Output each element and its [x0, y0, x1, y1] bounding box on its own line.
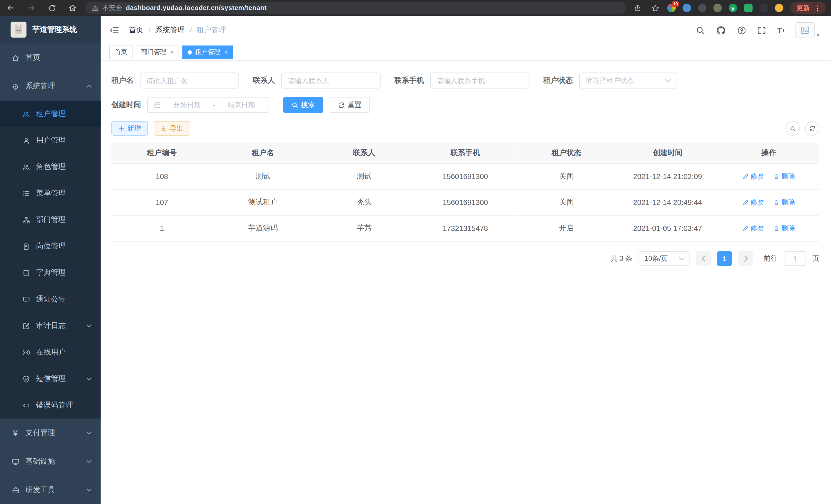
breadcrumb-system[interactable]: 系统管理 — [155, 25, 185, 35]
sidebar-item-system[interactable]: ⚙ 系统管理 — [0, 72, 101, 101]
browser-update-chip[interactable]: 更新 ⋮ — [790, 2, 826, 13]
delete-link[interactable]: 删除 — [773, 198, 795, 207]
yen-icon: ¥ — [11, 429, 20, 437]
status-select[interactable]: 请选择租户状态 — [579, 73, 677, 89]
sidebar-item-user[interactable]: 用户管理 — [0, 127, 101, 154]
search-icon — [291, 101, 298, 109]
toggle-search-button[interactable] — [785, 121, 800, 136]
sidebar-item-tool[interactable]: 研发工具 — [0, 476, 101, 504]
tab-close-icon[interactable]: × — [170, 49, 174, 56]
search-icon[interactable] — [695, 26, 705, 35]
tab-tenant[interactable]: 租户管理 × — [182, 45, 233, 59]
back-icon[interactable] — [5, 3, 16, 13]
sidebar-item-infra[interactable]: 基础设施 — [0, 447, 101, 476]
col-created: 创建时间 — [617, 143, 718, 164]
edit-link[interactable]: 修改 — [742, 172, 764, 181]
sidebar: 芋道管理系统 首页 ⚙ 系统管理 租户 — [0, 16, 101, 504]
reload-icon[interactable] — [47, 3, 57, 13]
phone-label: 联系手机 — [395, 76, 430, 85]
tab-label: 租户管理 — [195, 48, 221, 57]
sidebar-item-menu[interactable]: 菜单管理 — [0, 180, 101, 207]
tenant-name-input-wrap — [140, 73, 239, 89]
extension-icon-dark[interactable] — [698, 4, 706, 12]
sidebar-item-label: 审计日志 — [36, 321, 66, 331]
goto-page-input[interactable] — [784, 251, 806, 266]
user-avatar-menu[interactable]: ▾ — [796, 22, 820, 38]
add-button[interactable]: 新增 — [111, 121, 148, 136]
tab-label: 首页 — [115, 48, 127, 57]
reset-button[interactable]: 重置 — [330, 97, 370, 113]
contact-label: 联系人 — [253, 76, 281, 85]
browser-nav-buttons — [0, 3, 85, 13]
extension-icon-green-letter[interactable]: y — [729, 4, 737, 12]
breadcrumb-home[interactable]: 首页 — [129, 25, 144, 35]
sidebar-item-sms[interactable]: 短信管理 — [0, 365, 101, 392]
sidebar-item-audit[interactable]: 审计日志 — [0, 313, 101, 339]
help-icon[interactable] — [737, 26, 746, 35]
phone-input[interactable] — [437, 77, 523, 85]
extension-icon-yellow[interactable] — [775, 4, 783, 12]
sidebar-item-dept[interactable]: 部门管理 — [0, 207, 101, 233]
delete-link[interactable]: 删除 — [773, 224, 795, 233]
refresh-table-button[interactable] — [805, 121, 820, 136]
app-logo[interactable]: 芋道管理系统 — [0, 16, 101, 43]
address-bar[interactable]: 不安全 dashboard.yudao.iocoder.cn/system/te… — [85, 2, 626, 13]
sidebar-submenu-system: 租户管理 用户管理 角色管理 — [0, 101, 101, 419]
github-icon[interactable] — [716, 25, 726, 35]
sidebar-item-pay[interactable]: ¥ 支付管理 — [0, 418, 101, 447]
extension-icon-blue[interactable] — [683, 4, 691, 12]
cell-contact: 芋艿 — [314, 215, 415, 241]
infra-monitor-icon — [11, 457, 20, 466]
sidebar-item-role[interactable]: 角色管理 — [0, 154, 101, 180]
sidebar-item-home[interactable]: 首页 — [0, 43, 101, 72]
next-page-button[interactable] — [738, 251, 753, 266]
sidebar-item-online[interactable]: 在线用户 — [0, 339, 101, 365]
sidebar-item-post[interactable]: 岗位管理 — [0, 233, 101, 260]
created-label: 创建时间 — [111, 100, 147, 110]
field-created: 创建时间 开始日期 - 结束日期 — [111, 97, 269, 113]
bookmark-star-icon[interactable] — [650, 3, 660, 13]
font-size-icon[interactable]: TT — [777, 26, 784, 35]
extension-icon-olive[interactable] — [713, 4, 722, 12]
cell-phone: 15601691300 — [415, 164, 516, 189]
cell-created: 2021-01-05 17:03:47 — [617, 215, 718, 241]
export-button[interactable]: 导出 — [154, 121, 190, 136]
tab-dept[interactable]: 部门管理 × — [136, 45, 179, 59]
tab-home[interactable]: 首页 — [109, 45, 133, 59]
cell-tenant-name: 芋道源码 — [212, 215, 314, 241]
tenant-name-input[interactable] — [146, 77, 233, 85]
breadcrumb-separator: / — [148, 26, 150, 34]
role-icon — [22, 163, 30, 171]
search-button[interactable]: 搜索 — [283, 97, 323, 113]
tab-close-icon[interactable]: × — [224, 49, 228, 56]
search-form-row-2: 创建时间 开始日期 - 结束日期 — [111, 97, 820, 113]
page-size-value: 10条/页 — [644, 254, 668, 263]
sidebar-item-notice[interactable]: 通知公告 — [0, 286, 101, 313]
sidebar-item-errcode[interactable]: 错误码管理 — [0, 392, 101, 418]
trash-icon — [773, 225, 780, 232]
date-range-input[interactable]: 开始日期 - 结束日期 — [147, 97, 269, 113]
cell-tenant-id: 1 — [111, 215, 212, 241]
sidebar-item-tenant[interactable]: 租户管理 — [0, 101, 101, 127]
forward-icon[interactable] — [26, 3, 36, 13]
sidebar-item-label: 角色管理 — [36, 162, 66, 172]
share-icon[interactable] — [632, 3, 643, 13]
edit-link[interactable]: 修改 — [742, 198, 764, 207]
edit-link[interactable]: 修改 — [742, 224, 764, 233]
page-number-1[interactable]: 1 — [717, 251, 732, 266]
extension-icon-chat[interactable] — [744, 4, 753, 12]
field-status: 租户状态 请选择租户状态 — [543, 73, 677, 89]
home-icon[interactable] — [67, 3, 78, 13]
breadcrumb: 首页 / 系统管理 / 租户管理 — [129, 25, 226, 35]
extension-icon-navy[interactable] — [760, 4, 768, 12]
sidebar-collapse-icon[interactable] — [109, 24, 120, 36]
browser-menu-icon[interactable]: ⋮ — [814, 4, 821, 12]
page-size-select[interactable]: 10条/页 — [638, 251, 689, 266]
col-tenant-name: 租户名 — [212, 143, 314, 164]
prev-page-button[interactable] — [696, 251, 711, 266]
contact-input[interactable] — [288, 77, 374, 85]
sidebar-item-dict[interactable]: 字典管理 — [0, 260, 101, 286]
fullscreen-icon[interactable] — [757, 26, 766, 35]
extension-icon-colorful[interactable]: 10 — [667, 4, 676, 12]
delete-link[interactable]: 删除 — [773, 172, 795, 181]
